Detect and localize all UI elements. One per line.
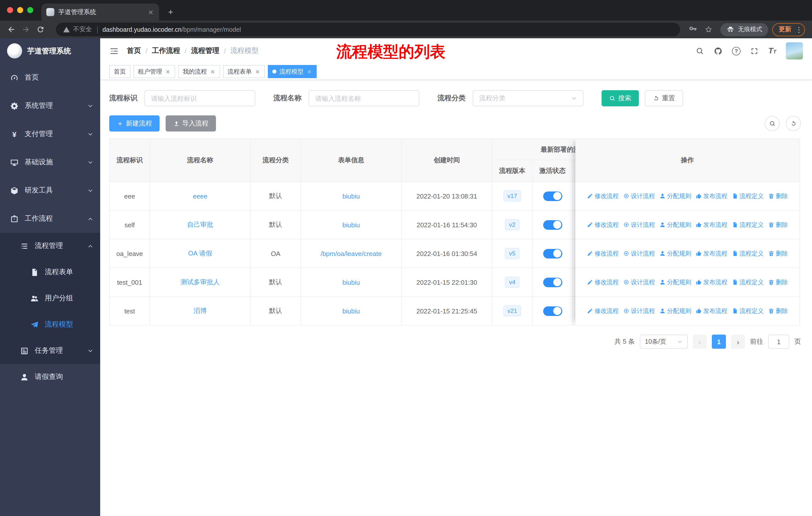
assign-rule-link[interactable]: 分配规则 [660, 220, 691, 229]
active-toggle[interactable] [543, 220, 562, 229]
sidebar-item-task-mgmt[interactable]: 任务管理 [0, 337, 100, 364]
close-icon[interactable] [307, 69, 312, 74]
back-button[interactable] [7, 25, 16, 34]
next-page-button[interactable]: › [731, 334, 745, 349]
tab-close-icon[interactable] [147, 9, 154, 16]
assign-rule-link[interactable]: 分配规则 [660, 278, 691, 287]
modify-process-link[interactable]: 修改流程 [587, 307, 619, 315]
forward-button[interactable] [22, 25, 30, 34]
publish-process-link[interactable]: 发布流程 [696, 307, 727, 315]
refresh-table-button[interactable] [786, 116, 801, 131]
close-icon[interactable] [210, 69, 215, 74]
sidebar-item-process-form[interactable]: 流程表单 [0, 259, 100, 285]
form-info-link[interactable]: biubiu [342, 192, 360, 200]
modify-process-link[interactable]: 修改流程 [587, 192, 619, 200]
github-icon[interactable] [714, 47, 722, 55]
modify-process-link[interactable]: 修改流程 [587, 278, 619, 287]
address-bar[interactable]: 不安全 dashboard.yudao.iocoder.cn /bpm/mana… [56, 23, 680, 36]
delete-link[interactable]: 删除 [768, 220, 788, 229]
help-icon[interactable] [732, 47, 741, 55]
modify-process-link[interactable]: 修改流程 [587, 249, 619, 258]
assign-rule-link[interactable]: 分配规则 [660, 307, 691, 315]
version-badge[interactable]: v21 [503, 305, 521, 317]
current-page-button[interactable]: 1 [712, 334, 726, 349]
design-process-link[interactable]: 设计流程 [623, 278, 655, 287]
browser-tab[interactable]: 芋道管理系统 [41, 3, 159, 21]
sidebar-item-payment[interactable]: ¥ 支付管理 [0, 120, 100, 148]
process-definition-link[interactable]: 流程定义 [732, 220, 764, 229]
form-info-link[interactable]: /bpm/oa/leave/create [321, 250, 382, 257]
breadcrumb-process-mgmt[interactable]: 流程管理 [191, 46, 220, 55]
form-info-link[interactable]: biubiu [342, 221, 360, 228]
sidebar-item-leave-query[interactable]: 请假查询 [0, 364, 100, 390]
model-name-link[interactable]: eeee [193, 192, 207, 200]
tag-my-process[interactable]: 我的流程 [178, 65, 220, 78]
page-size-select[interactable]: 10条/页 [640, 334, 688, 349]
window-minimize-button[interactable] [17, 7, 23, 13]
version-badge[interactable]: v5 [505, 248, 519, 259]
process-definition-link[interactable]: 流程定义 [732, 278, 764, 287]
active-toggle[interactable] [543, 191, 562, 201]
create-model-button[interactable]: 新建流程 [109, 115, 160, 132]
hamburger-icon[interactable] [109, 46, 119, 56]
form-info-link[interactable]: biubiu [342, 307, 360, 315]
assign-rule-link[interactable]: 分配规则 [660, 249, 691, 258]
version-badge[interactable]: v4 [505, 277, 519, 288]
design-process-link[interactable]: 设计流程 [623, 192, 655, 200]
process-definition-link[interactable]: 流程定义 [732, 307, 764, 315]
sidebar-item-devtools[interactable]: 研发工具 [0, 176, 100, 205]
reset-button[interactable]: 重置 [645, 90, 683, 106]
import-model-button[interactable]: 导入流程 [166, 115, 216, 132]
breadcrumb-workflow[interactable]: 工作流程 [152, 46, 180, 55]
logo[interactable]: 芋道管理系统 [0, 38, 100, 63]
sidebar-item-user-group[interactable]: 用户分组 [0, 285, 100, 311]
delete-link[interactable]: 删除 [768, 278, 788, 287]
breadcrumb-home[interactable]: 首页 [127, 46, 141, 55]
tag-tenant[interactable]: 租户管理 [134, 65, 175, 78]
model-name-link[interactable]: 滔博 [194, 306, 207, 316]
tag-process-form[interactable]: 流程表单 [223, 65, 265, 78]
process-name-input[interactable] [309, 90, 419, 106]
tag-process-model[interactable]: 流程模型 [268, 65, 317, 78]
active-toggle[interactable] [543, 306, 562, 316]
delete-link[interactable]: 删除 [768, 192, 788, 200]
search-icon[interactable] [696, 47, 704, 55]
prev-page-button[interactable]: ‹ [693, 334, 707, 349]
model-name-link[interactable]: 测试多审批人 [180, 278, 220, 287]
sidebar-item-home[interactable]: 首页 [0, 63, 100, 92]
version-badge[interactable]: v2 [505, 219, 519, 230]
font-size-icon[interactable] [768, 46, 776, 55]
browser-update-button[interactable]: 更新 ⋮ [772, 23, 805, 36]
process-id-input[interactable] [144, 90, 255, 106]
design-process-link[interactable]: 设计流程 [623, 307, 655, 315]
sidebar-item-process-mgmt[interactable]: 流程管理 [0, 233, 100, 259]
form-info-link[interactable]: biubiu [342, 278, 360, 286]
process-definition-link[interactable]: 流程定义 [732, 192, 764, 200]
fullscreen-icon[interactable] [750, 47, 759, 55]
modify-process-link[interactable]: 修改流程 [587, 220, 619, 229]
tag-home[interactable]: 首页 [109, 65, 130, 78]
version-badge[interactable]: v17 [503, 190, 521, 201]
close-icon[interactable] [255, 69, 260, 74]
active-toggle[interactable] [543, 277, 562, 287]
window-zoom-button[interactable] [27, 7, 33, 13]
toggle-search-button[interactable] [765, 116, 780, 131]
user-avatar[interactable] [786, 42, 803, 59]
sidebar-item-system[interactable]: 系统管理 [0, 92, 100, 120]
bookmark-star-icon[interactable] [704, 25, 713, 34]
process-definition-link[interactable]: 流程定义 [732, 249, 764, 258]
assign-rule-link[interactable]: 分配规则 [660, 192, 691, 200]
model-name-link[interactable]: OA 请假 [188, 249, 212, 258]
password-key-icon[interactable] [689, 25, 697, 34]
sidebar-item-workflow[interactable]: 工作流程 [0, 205, 100, 233]
close-icon[interactable] [165, 69, 171, 74]
reload-button[interactable] [36, 25, 45, 34]
publish-process-link[interactable]: 发布流程 [696, 278, 727, 287]
delete-link[interactable]: 删除 [768, 249, 788, 258]
design-process-link[interactable]: 设计流程 [623, 249, 655, 258]
sidebar-item-process-model[interactable]: 流程模型 [0, 311, 100, 337]
menu-dots-icon[interactable]: ⋮ [795, 25, 803, 33]
design-process-link[interactable]: 设计流程 [623, 220, 655, 229]
publish-process-link[interactable]: 发布流程 [696, 220, 727, 229]
new-tab-button[interactable] [167, 8, 174, 16]
